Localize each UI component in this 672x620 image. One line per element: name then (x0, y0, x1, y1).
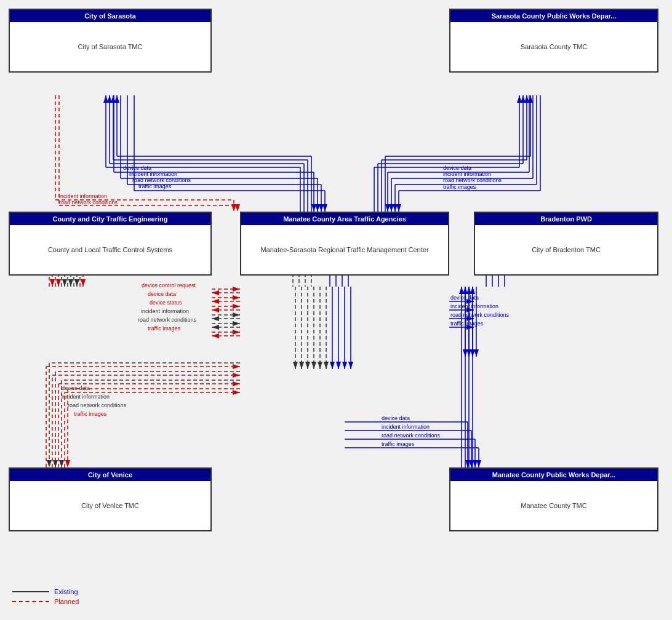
svg-marker-95 (233, 321, 240, 326)
node-bradenton-pwd: Bradenton PWD City of Bradenton TMC (474, 212, 658, 276)
node-manatee-county-tmc: Manatee County Public Works Depar... Man… (449, 467, 658, 531)
svg-marker-101 (212, 290, 219, 295)
svg-text:road network conditions: road network conditions (450, 312, 510, 318)
node-venice-tmc-header: City of Venice (10, 469, 210, 481)
node-venice-tmc: City of Venice City of Venice TMC (9, 467, 212, 531)
svg-marker-225 (293, 362, 298, 369)
svg-text:road network conditions: road network conditions (443, 177, 502, 183)
svg-marker-49 (385, 204, 390, 212)
diagram-container: device data incident information road ne… (0, 0, 672, 620)
svg-marker-81 (528, 95, 533, 103)
svg-text:incident information: incident information (141, 308, 189, 314)
svg-text:incident information: incident information (129, 171, 177, 177)
legend-planned-label: Planned (54, 598, 79, 605)
svg-marker-191 (233, 390, 240, 395)
svg-marker-188 (233, 381, 240, 386)
svg-text:device control request: device control request (142, 282, 196, 288)
svg-text:device data: device data (148, 291, 176, 297)
svg-marker-182 (233, 364, 240, 369)
legend-existing-line (12, 591, 49, 592)
legend-existing-label: Existing (54, 588, 78, 595)
svg-text:incident information: incident information (62, 394, 110, 400)
svg-marker-185 (233, 373, 240, 378)
node-sarasota-tmc: City of Sarasota City of Sarasota TMC (9, 9, 212, 73)
svg-marker-27 (107, 95, 112, 103)
svg-marker-125 (50, 279, 55, 287)
svg-marker-135 (81, 279, 86, 287)
svg-marker-59 (393, 204, 398, 212)
svg-marker-129 (62, 279, 67, 287)
svg-marker-219 (463, 287, 468, 294)
svg-marker-105 (212, 308, 219, 312)
svg-marker-8 (315, 204, 320, 212)
node-manatee-rtmc-body: Manatee-Sarasota Regional Traffic Manage… (241, 225, 448, 274)
svg-marker-159 (466, 349, 471, 357)
svg-marker-202 (465, 460, 470, 467)
svg-text:incident information: incident information (382, 424, 430, 430)
svg-text:device data: device data (62, 385, 90, 391)
svg-marker-170 (53, 460, 58, 467)
legend: Existing Planned (12, 588, 79, 608)
svg-marker-44 (235, 204, 240, 212)
svg-marker-140 (466, 308, 474, 312)
svg-marker-157 (463, 349, 468, 357)
svg-text:road network conditions: road network conditions (68, 402, 127, 408)
svg-marker-35 (114, 95, 119, 103)
svg-marker-229 (305, 362, 310, 369)
node-county-city-traffic: County and City Traffic Engineering Coun… (9, 212, 212, 276)
svg-text:traffic images: traffic images (74, 411, 107, 417)
svg-text:incident information: incident information (59, 193, 107, 199)
svg-marker-127 (56, 279, 61, 287)
svg-marker-227 (299, 362, 304, 369)
svg-marker-239 (336, 362, 341, 369)
svg-marker-223 (470, 287, 475, 294)
node-sarasota-county-tmc-header: Sarasota County Public Works Depar... (450, 10, 657, 22)
svg-marker-69 (517, 95, 522, 103)
svg-marker-18 (322, 204, 327, 212)
node-county-city-traffic-header: County and City Traffic Engineering (10, 213, 210, 225)
svg-text:road network conditions: road network conditions (132, 177, 191, 183)
svg-marker-221 (466, 287, 471, 294)
svg-marker-107 (212, 316, 219, 321)
svg-marker-210 (473, 460, 478, 467)
node-venice-tmc-body: City of Venice TMC (10, 481, 210, 530)
node-sarasota-county-tmc-body: Sarasota County TMC (450, 22, 657, 71)
node-manatee-county-tmc-header: Manatee County Public Works Depar... (450, 469, 657, 481)
svg-text:road network conditions: road network conditions (59, 199, 118, 205)
svg-marker-243 (348, 362, 353, 369)
svg-text:incident information: incident information (443, 171, 491, 177)
svg-marker-214 (476, 460, 481, 467)
svg-marker-111 (212, 333, 219, 338)
svg-text:device data: device data (450, 295, 479, 301)
svg-marker-174 (59, 460, 64, 467)
svg-text:road network conditions: road network conditions (382, 432, 441, 439)
svg-marker-206 (469, 460, 474, 467)
svg-text:device data: device data (123, 165, 151, 171)
node-manatee-county-tmc-body: Manatee County TMC (450, 481, 657, 530)
svg-text:traffic images: traffic images (382, 441, 415, 447)
svg-marker-92 (233, 312, 240, 317)
svg-marker-161 (470, 349, 475, 357)
node-county-city-traffic-body: County and Local Traffic Control Systems (10, 225, 210, 274)
node-sarasota-tmc-header: City of Sarasota (10, 10, 210, 22)
svg-marker-235 (324, 362, 329, 369)
svg-marker-54 (389, 204, 394, 212)
svg-text:traffic images: traffic images (148, 325, 181, 332)
svg-marker-98 (233, 330, 240, 335)
svg-marker-241 (342, 362, 347, 369)
svg-marker-131 (68, 279, 73, 287)
svg-marker-146 (466, 325, 474, 330)
legend-existing: Existing (12, 588, 79, 595)
svg-marker-233 (318, 362, 322, 369)
node-manatee-rtmc-header: Manatee County Area Traffic Agencies (241, 213, 448, 225)
svg-text:road network conditions: road network conditions (138, 317, 197, 323)
svg-marker-163 (474, 349, 479, 357)
svg-text:traffic images: traffic images (138, 183, 172, 189)
svg-marker-23 (103, 95, 108, 103)
svg-marker-89 (233, 304, 240, 309)
svg-text:device data: device data (382, 415, 410, 421)
legend-planned: Planned (12, 598, 79, 605)
svg-marker-109 (212, 325, 219, 330)
svg-text:traffic images: traffic images (450, 320, 484, 327)
svg-marker-73 (521, 95, 526, 103)
